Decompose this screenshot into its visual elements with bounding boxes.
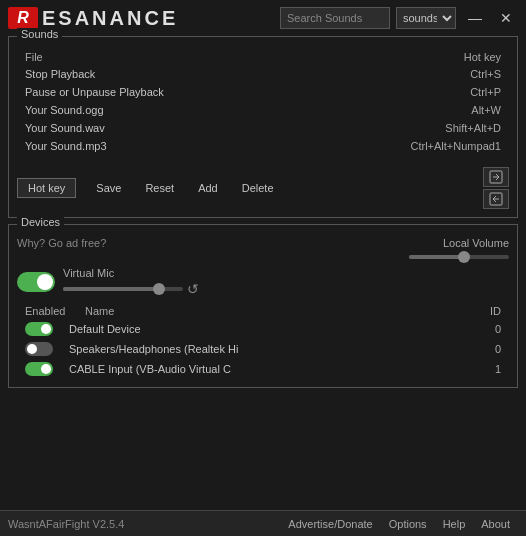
local-volume-row (409, 255, 509, 259)
title-controls: sounds — ✕ (280, 7, 518, 29)
sounds-header: File Hot key (17, 49, 509, 65)
sound-name: Your Sound.wav (25, 122, 445, 134)
sound-name: Stop Playback (25, 68, 470, 80)
sound-hotkey: Shift+Alt+D (445, 122, 501, 134)
id-column-header: ID (461, 305, 501, 317)
delete-button[interactable]: Delete (238, 179, 278, 197)
name-column-header: Name (85, 305, 461, 317)
virtual-mic-label: Virtual Mic (63, 267, 509, 279)
slider-arrow-icon: ↺ (187, 281, 199, 297)
hotkey-button[interactable]: Hot key (17, 178, 76, 198)
device-row[interactable]: Speakers/Headphones (Realtek Hi 0 (17, 339, 509, 359)
reset-button[interactable]: Reset (141, 179, 178, 197)
device-row[interactable]: Default Device 0 (17, 319, 509, 339)
logo-box: R (8, 7, 38, 29)
search-input[interactable] (280, 7, 390, 29)
sound-name: Pause or Unpause Playback (25, 86, 470, 98)
devices-section-label: Devices (17, 216, 64, 228)
enabled-column-header: Enabled (25, 305, 85, 317)
table-row[interactable]: Your Sound.ogg Alt+W (17, 101, 509, 119)
virtual-mic-slider[interactable] (63, 287, 183, 291)
device-table-header: Enabled Name ID (17, 303, 509, 319)
virtual-mic-slider-row: ↺ (63, 281, 509, 297)
sound-hotkey: Alt+W (471, 104, 501, 116)
table-row[interactable]: Your Sound.wav Shift+Alt+D (17, 119, 509, 137)
ad-free-link[interactable]: Why? Go ad free? (17, 237, 106, 249)
virtual-mic-toggle-area: Virtual Mic ↺ (17, 267, 509, 297)
add-button[interactable]: Add (194, 179, 222, 197)
device-id: 0 (461, 323, 501, 335)
toggle-knob (41, 364, 51, 374)
devices-section: Devices Why? Go ad free? Local Volume Vi… (8, 224, 518, 388)
sounds-table: File Hot key Stop Playback Ctrl+S Pause … (9, 37, 517, 159)
import-icon-button[interactable] (483, 167, 509, 187)
minimize-button[interactable]: — (462, 7, 488, 29)
device-id: 1 (461, 363, 501, 375)
device-id: 0 (461, 343, 501, 355)
file-column-header: File (25, 51, 43, 63)
ad-row: Why? Go ad free? Local Volume (17, 237, 509, 259)
export-icon-button[interactable] (483, 189, 509, 209)
device-toggle-2[interactable] (25, 362, 53, 376)
sound-name: Your Sound.mp3 (25, 140, 411, 152)
options-link[interactable]: Options (381, 518, 435, 530)
sounds-section-label: Sounds (17, 28, 62, 40)
advertise-donate-link[interactable]: Advertise/Donate (280, 518, 380, 530)
title-bar: R ESANANCE sounds — ✕ (0, 0, 526, 36)
sound-hotkey: Ctrl+P (470, 86, 501, 98)
toggle-knob (41, 324, 51, 334)
local-volume-label: Local Volume (443, 237, 509, 249)
status-bar: WasntAFairFight V2.5.4 Advertise/Donate … (0, 510, 526, 536)
about-link[interactable]: About (473, 518, 518, 530)
sound-name: Your Sound.ogg (25, 104, 471, 116)
save-button[interactable]: Save (92, 179, 125, 197)
close-button[interactable]: ✕ (494, 7, 518, 29)
virtual-mic-toggle[interactable] (17, 272, 55, 292)
sound-hotkey: Ctrl+S (470, 68, 501, 80)
sound-hotkey: Ctrl+Alt+Numpad1 (411, 140, 502, 152)
device-name: Speakers/Headphones (Realtek Hi (69, 343, 461, 355)
device-name: Default Device (69, 323, 461, 335)
device-toggle-0[interactable] (25, 322, 53, 336)
volume-controls: Local Volume (409, 237, 509, 259)
version-label: WasntAFairFight V2.5.4 (8, 518, 136, 530)
app-name: ESANANCE (42, 7, 280, 30)
table-row[interactable]: Pause or Unpause Playback Ctrl+P (17, 83, 509, 101)
help-link[interactable]: Help (435, 518, 474, 530)
device-name: CABLE Input (VB-Audio Virtual C (69, 363, 461, 375)
hotkey-column-header: Hot key (464, 51, 501, 63)
local-volume-slider[interactable] (409, 255, 509, 259)
table-row[interactable]: Stop Playback Ctrl+S (17, 65, 509, 83)
devices-inner: Why? Go ad free? Local Volume Virtual Mi… (9, 225, 517, 383)
toggle-knob (27, 344, 37, 354)
table-row[interactable]: Your Sound.mp3 Ctrl+Alt+Numpad1 (17, 137, 509, 155)
hotkey-action-row: Hot key Save Reset Add Delete (9, 159, 517, 217)
device-row[interactable]: CABLE Input (VB-Audio Virtual C 1 (17, 359, 509, 379)
sounds-section: Sounds File Hot key Stop Playback Ctrl+S… (8, 36, 518, 218)
icon-button-group (483, 167, 509, 209)
toggle-knob (37, 274, 53, 290)
logo-r-icon: R (17, 9, 29, 27)
filter-select[interactable]: sounds (396, 7, 456, 29)
device-toggle-1[interactable] (25, 342, 53, 356)
